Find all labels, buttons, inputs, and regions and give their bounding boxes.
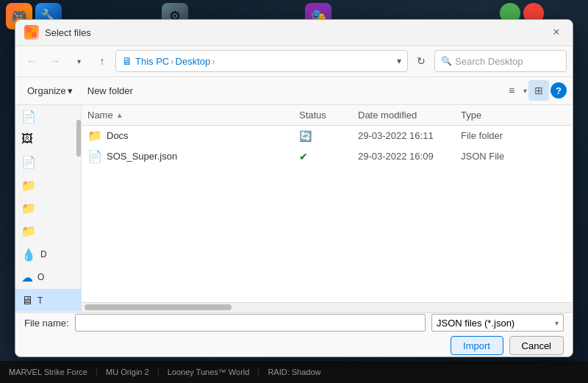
file-name-label-docs: Docs: [107, 130, 129, 141]
sidebar-item-2[interactable]: 📄: [15, 151, 81, 173]
col-name-header[interactable]: Name ▲: [87, 110, 299, 121]
organize-button[interactable]: Organize ▾: [21, 81, 79, 100]
sidebar-folder-3: 📁: [21, 179, 36, 193]
col-name-label: Name: [87, 110, 113, 121]
sync-icon-docs: 🔄: [299, 130, 312, 142]
taskbar-item-2[interactable]: MU Origin 2: [97, 368, 159, 376]
taskbar-item-3[interactable]: Looney Tunes™ World: [159, 368, 259, 376]
onedrive-icon: ☁: [21, 271, 33, 284]
organize-chevron: ▾: [68, 85, 73, 96]
dialog-title: Select files: [45, 27, 549, 38]
file-name-json: 📄 SOS_Super.json: [87, 149, 299, 163]
file-name-label-json: SOS_Super.json: [107, 151, 177, 162]
help-icon: ?: [556, 85, 562, 96]
computer-icon: 🖥: [21, 294, 33, 307]
sidebar-folder-5: 📁: [21, 224, 36, 238]
file-dialog: Select files × ← → ▾ ↑ 🖥 This PC › Deskt…: [15, 19, 573, 357]
refresh-button[interactable]: ↻: [411, 51, 431, 71]
import-button[interactable]: Import: [451, 336, 503, 355]
sidebar-item-dropbox[interactable]: 💧 D: [15, 243, 81, 265]
file-status-docs: 🔄: [299, 130, 358, 142]
dropbox-icon: 💧: [21, 248, 36, 262]
main-content: 📄 🖼 📄 📁 📁 📁 💧 D ☁ O: [15, 105, 573, 312]
col-type-header[interactable]: Type: [461, 110, 567, 121]
pane-button[interactable]: ⊞: [528, 80, 549, 101]
filename-row: File name: JSON files (*.json) ▾: [24, 314, 564, 332]
scrollbar-thumb[interactable]: [85, 304, 232, 310]
organize-label: Organize: [27, 85, 66, 96]
dialog-app-icon: [24, 25, 39, 40]
address-bar-row: ← → ▾ ↑ 🖥 This PC › Desktop › ▾ ↻ 🔍 Sear: [15, 46, 573, 77]
file-status-json: ✔: [299, 151, 358, 162]
sidebar-item-onedrive[interactable]: ☁ O: [15, 266, 81, 289]
horizontal-scrollbar[interactable]: [82, 302, 573, 312]
filetype-label: JSON files (*.json): [437, 318, 514, 329]
file-date-json: 29-03-2022 16:09: [358, 151, 461, 162]
sort-indicator: ▲: [116, 111, 123, 119]
address-chevron[interactable]: ▾: [397, 56, 401, 66]
title-bar: Select files ×: [15, 20, 573, 46]
svg-rect-2: [26, 32, 32, 37]
sidebar-folder-4: 📁: [21, 201, 36, 215]
search-placeholder: Search Desktop: [455, 56, 523, 67]
sidebar-item-0[interactable]: 📄: [15, 105, 81, 128]
import-label: Import: [463, 340, 490, 351]
file-list: Name ▲ Status Date modified Type 📁: [82, 105, 573, 312]
taskbar-item-4[interactable]: RAID: Shadow: [259, 368, 329, 376]
up-button[interactable]: ↑: [92, 51, 112, 71]
view-mode-button[interactable]: ≡: [501, 80, 522, 101]
back-button[interactable]: ←: [21, 51, 42, 71]
sidebar-icon-0: 📄: [21, 110, 36, 124]
help-button[interactable]: ?: [551, 82, 567, 99]
folder-icon: 🖥: [122, 55, 132, 67]
file-icon-json: 📄: [87, 149, 102, 163]
file-row-docs[interactable]: 📁 Docs 🔄 29-03-2022 16:11 File folder: [82, 126, 573, 146]
sidebar-item-thispc[interactable]: 🖥 T: [15, 289, 81, 312]
sidebar-item-3[interactable]: 📁: [15, 173, 81, 196]
file-name-docs: 📁 Docs: [87, 129, 299, 143]
breadcrumb-desktop[interactable]: Desktop: [176, 56, 211, 67]
file-list-body: 📁 Docs 🔄 29-03-2022 16:11 File folder 📄 …: [82, 126, 573, 302]
svg-rect-3: [32, 32, 37, 37]
sidebar-item-4[interactable]: 📁: [15, 197, 81, 220]
breadcrumb: This PC › Desktop ›: [135, 56, 215, 67]
search-box[interactable]: 🔍 Search Desktop: [434, 50, 567, 72]
taskbar-item-1[interactable]: MARVEL Strike Force: [0, 368, 97, 376]
address-bar[interactable]: 🖥 This PC › Desktop › ▾: [115, 50, 408, 72]
sidebar: 📄 🖼 📄 📁 📁 📁 💧 D ☁ O: [15, 105, 82, 312]
cancel-label: Cancel: [522, 340, 551, 351]
toolbar: Organize ▾ New folder ≡ ▾ ⊞ ?: [15, 77, 573, 105]
close-button[interactable]: ×: [549, 25, 564, 40]
view-mode-icon: ≡: [509, 85, 514, 96]
dropdown-button[interactable]: ▾: [68, 51, 89, 71]
sidebar-label-d: D: [40, 249, 47, 259]
ok-icon-json: ✔: [299, 151, 308, 162]
sidebar-icon-2: 📄: [21, 155, 36, 169]
sidebar-icon-1: 🖼: [21, 132, 33, 146]
bottom-bar: File name: JSON files (*.json) ▾ Import …: [15, 312, 573, 357]
pane-icon: ⊞: [534, 85, 543, 96]
file-row-json[interactable]: 📄 SOS_Super.json ✔ 29-03-2022 16:09 JSON…: [82, 146, 573, 167]
sidebar-scrollbar[interactable]: [76, 120, 81, 157]
view-chevron: ▾: [523, 87, 527, 95]
filetype-select[interactable]: JSON files (*.json) ▾: [431, 314, 564, 332]
breadcrumb-thispc[interactable]: This PC: [135, 56, 169, 67]
col-date-header[interactable]: Date modified: [358, 110, 461, 121]
action-row: Import Cancel: [24, 336, 564, 355]
sidebar-item-1[interactable]: 🖼: [15, 128, 81, 151]
col-status-header[interactable]: Status: [299, 110, 358, 121]
folder-icon-docs: 📁: [87, 129, 102, 143]
svg-rect-1: [32, 27, 37, 32]
file-type-json: JSON File: [461, 151, 567, 162]
forward-button[interactable]: →: [45, 51, 65, 71]
cancel-button[interactable]: Cancel: [509, 336, 564, 355]
sidebar-item-5[interactable]: 📁: [15, 220, 81, 243]
col-status-label: Status: [299, 110, 326, 121]
filename-input[interactable]: [75, 314, 426, 332]
col-type-label: Type: [461, 110, 481, 121]
new-folder-label: New folder: [87, 85, 133, 96]
file-list-header: Name ▲ Status Date modified Type: [82, 105, 573, 126]
filetype-chevron: ▾: [555, 319, 559, 327]
new-folder-button[interactable]: New folder: [82, 81, 139, 100]
filename-label: File name:: [24, 318, 69, 329]
